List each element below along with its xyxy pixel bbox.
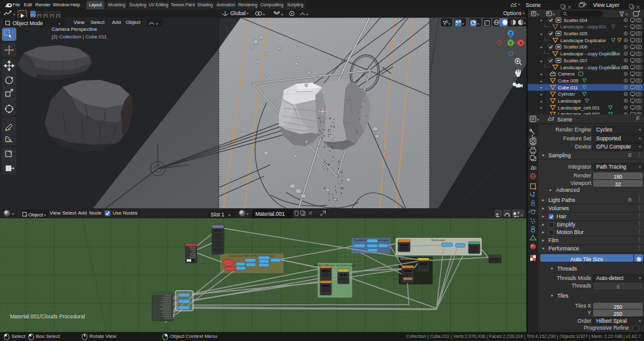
svg-text:▾: ▾ <box>247 212 248 216</box>
svg-text:Scene: Scene <box>557 116 572 123</box>
svg-text:▾: ▾ <box>462 22 464 26</box>
svg-text:Scatter.004: Scatter.004 <box>564 18 587 23</box>
svg-text:▾: ▾ <box>44 213 46 216</box>
svg-text:Landscape_cell.001: Landscape_cell.001 <box>558 105 600 111</box>
svg-text:Cube.011: Cube.011 <box>558 85 578 91</box>
svg-text:▸: ▸ <box>540 99 542 103</box>
svg-text:▾: ▾ <box>521 213 523 217</box>
svg-text:▾: ▾ <box>156 22 158 26</box>
svg-text:Cube.005: Cube.005 <box>558 78 579 84</box>
svg-text:▸: ▸ <box>540 92 542 96</box>
svg-text:Camera: Camera <box>558 71 575 77</box>
svg-text:▾: ▾ <box>537 118 539 121</box>
svg-text:▸: ▸ <box>540 45 542 49</box>
svg-text:▸: ▸ <box>540 18 542 22</box>
svg-text:▸: ▸ <box>540 106 542 109</box>
svg-text:▸: ▸ <box>540 79 542 83</box>
svg-text:Landscape - copy Duplicator.00: Landscape - copy Duplicator.001 <box>560 65 629 70</box>
svg-text:▾: ▾ <box>12 212 14 216</box>
svg-text:▾: ▾ <box>58 22 60 26</box>
svg-text:▸: ▸ <box>540 59 542 63</box>
svg-text:▾: ▾ <box>306 13 308 16</box>
svg-text:▾: ▾ <box>228 213 230 216</box>
svg-text:Object: Object <box>28 212 43 218</box>
svg-text:▾: ▾ <box>281 13 283 16</box>
svg-text:▾: ▾ <box>448 22 450 26</box>
svg-text:▸: ▸ <box>540 32 542 36</box>
svg-text:▾: ▾ <box>477 22 479 26</box>
svg-text:Scatter.006: Scatter.006 <box>564 44 587 50</box>
svg-text:▾: ▾ <box>263 13 265 16</box>
svg-text:▾: ▾ <box>524 21 526 25</box>
svg-text:Landscape Duplicator: Landscape Duplicator <box>560 38 606 43</box>
svg-text:Landscape - copy.001: Landscape - copy.001 <box>560 24 606 30</box>
svg-text:▸: ▸ <box>540 72 542 76</box>
svg-text:Scatter.007: Scatter.007 <box>564 58 587 64</box>
svg-text:Cylinder: Cylinder <box>558 91 575 97</box>
svg-text:▸: ▸ <box>540 86 542 89</box>
svg-text:▾: ▾ <box>13 13 15 16</box>
svg-text:Scatter.005: Scatter.005 <box>564 31 587 36</box>
svg-text:World nodes: World nodes <box>431 238 445 242</box>
svg-text:Landscape: Landscape <box>558 98 581 104</box>
svg-text:Slot 1: Slot 1 <box>211 211 225 218</box>
